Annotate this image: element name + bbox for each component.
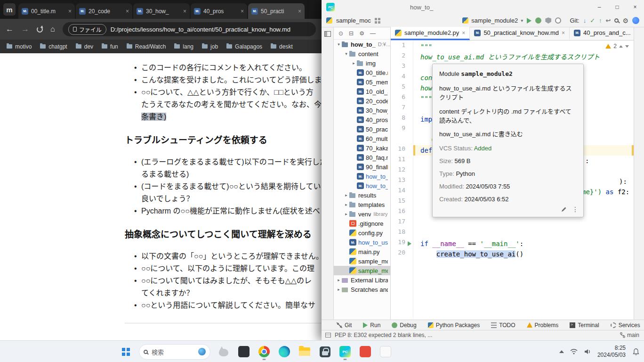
vcs-commit-icon[interactable]: ✓ (590, 17, 595, 24)
network-icon[interactable] (570, 348, 578, 355)
collapse-all-icon[interactable]: ⊟ (349, 30, 354, 37)
pycharm-app[interactable] (338, 342, 352, 361)
bookmark-item[interactable]: fun (102, 43, 118, 50)
nav-options-icon[interactable] (375, 18, 380, 24)
gutter-line-number[interactable]: 8 (391, 114, 413, 124)
run-config-selector[interactable]: sample_module2 ▾ (462, 17, 523, 24)
taskbar-clock[interactable]: 8:25 2024/05/03 (597, 345, 626, 359)
toolwindow-button[interactable]: Git (337, 322, 352, 329)
copilot-status-icon[interactable] (632, 17, 639, 24)
tree-item[interactable]: 40_pros_ (334, 115, 390, 124)
toolwindow-button[interactable]: TODO (491, 322, 515, 329)
panel-settings-icon[interactable]: ⚙ (359, 30, 364, 37)
code-editor[interactable]: 1 2 3 4 5 6 7 (391, 41, 634, 320)
tree-item[interactable]: 60_multi (334, 134, 390, 143)
search-everywhere-icon[interactable] (614, 18, 619, 23)
hide-panel-icon[interactable]: — (370, 30, 376, 37)
editor-tab[interactable]: sample_module2.py × (391, 27, 470, 40)
toolwindow-button[interactable]: Python Packages (428, 322, 480, 329)
tab-close-icon[interactable]: × (298, 8, 301, 15)
gutter-line-number[interactable]: 15 (391, 197, 413, 207)
home-icon[interactable]: ⌂ (50, 25, 55, 33)
gutter-line-number[interactable]: 6 (391, 93, 413, 104)
run-button[interactable] (527, 18, 531, 24)
tab-close-icon[interactable]: × (68, 8, 72, 15)
volume-icon[interactable] (584, 348, 591, 355)
tree-item[interactable]: 20_code (334, 96, 390, 106)
bookmark-item[interactable]: job (202, 43, 218, 50)
tree-chevron-icon[interactable]: ▸ (343, 202, 349, 207)
tree-item[interactable]: 50_pract (334, 124, 390, 134)
tree-item[interactable]: config.py (334, 228, 390, 238)
tab-close-icon[interactable]: × (183, 8, 186, 15)
hidden-icons-chevron[interactable] (559, 350, 564, 353)
profiler-button[interactable] (555, 17, 561, 24)
tree-item[interactable]: main.py (334, 247, 390, 256)
tree-chevron-icon[interactable]: ▾ (336, 42, 342, 47)
gutter-line-number[interactable]: 12 (391, 166, 413, 176)
next-problem-icon[interactable] (625, 45, 629, 48)
close-button[interactable]: × (626, 0, 644, 14)
tree-item[interactable]: ▸ venv library (334, 209, 390, 219)
bookmark-item[interactable]: deskt (271, 43, 293, 50)
vcs-update-icon[interactable]: ↓ (583, 17, 587, 24)
maximize-button[interactable]: □ (608, 0, 626, 14)
tree-item[interactable]: .gitignore (334, 219, 390, 228)
chrome-app[interactable] (257, 342, 271, 361)
gutter-line-number[interactable]: 16 (391, 207, 413, 218)
project-stripe-icon[interactable] (324, 31, 331, 37)
gutter-line-number[interactable]: 10 (391, 145, 413, 156)
tree-item[interactable]: ▸ img (334, 58, 390, 68)
tree-item[interactable]: ▾ how_to_ai D:¥... (334, 40, 390, 49)
tree-item[interactable]: sample_mo (334, 256, 390, 266)
tab-close-icon[interactable]: × (462, 30, 465, 36)
tree-chevron-icon[interactable]: ▸ (351, 61, 357, 66)
more-options-icon[interactable]: ⋮ (572, 206, 579, 213)
gutter-line-number[interactable]: 4 (391, 73, 413, 83)
dark-app[interactable] (237, 342, 251, 361)
start-button[interactable] (119, 342, 133, 361)
tree-item[interactable]: sample_mo (334, 266, 390, 275)
file-explorer-app[interactable] (298, 342, 312, 361)
gutter-line-number[interactable]: 13 (391, 176, 413, 187)
reload-icon[interactable] (37, 26, 43, 33)
browser-tab[interactable]: 00_title.m × (18, 3, 75, 19)
tab-close-icon[interactable]: × (126, 8, 129, 15)
tree-item[interactable]: ▸ templates (334, 200, 390, 209)
settings-gear-icon[interactable]: ⚙ (622, 17, 628, 24)
tab-close-icon[interactable]: × (241, 8, 244, 15)
bookmark-item[interactable]: chatgpt (40, 43, 67, 50)
toolwindow-layout-icon[interactable] (325, 333, 331, 337)
tree-item[interactable]: 80_faq.n (334, 153, 390, 162)
status-message[interactable]: PEP 8: E302 expected 2 blank lines, ... (335, 332, 432, 338)
tree-chevron-icon[interactable]: ▸ (336, 287, 342, 292)
gutter-line-number[interactable]: 3 (391, 62, 413, 73)
inspections-widget[interactable]: 2 (605, 43, 629, 49)
taskbar-search[interactable]: 検索 (139, 344, 210, 360)
toolwindow-button[interactable]: Run (363, 322, 380, 329)
gutter-line-number[interactable]: 1 (391, 41, 413, 52)
browser-tab[interactable]: 20_code × (76, 3, 132, 19)
vcs-push-icon[interactable]: ↑ (599, 17, 602, 24)
toolwindow-button[interactable]: Services (611, 322, 640, 329)
gutter-line-number[interactable]: 14 (391, 187, 413, 197)
editor-tab[interactable]: 50_practical_know_how.md × (470, 27, 570, 40)
gutter-line-number[interactable]: 2 (391, 52, 413, 62)
red-app[interactable] (358, 342, 372, 361)
notifications-bell-icon[interactable] (632, 347, 640, 356)
toolwindow-button[interactable]: Problems (527, 322, 559, 329)
browser-tab[interactable]: 30_how_ × (133, 3, 190, 19)
editor-tab[interactable]: 40_pros_and_c... (570, 27, 635, 40)
tree-item[interactable]: 30_how_ (334, 106, 390, 115)
bookmark-item[interactable]: Galapagos (226, 43, 262, 50)
toolwindow-button[interactable]: Terminal (570, 322, 599, 329)
gutter-line-number[interactable]: 11 (391, 156, 413, 166)
browser-tab[interactable]: 50_practi × (248, 3, 305, 19)
tree-item[interactable]: 90_finall (334, 162, 390, 172)
light-app[interactable] (378, 342, 393, 361)
tree-chevron-icon[interactable]: ▾ (343, 51, 349, 56)
back-icon[interactable]: ← (6, 25, 14, 34)
gutter-line-number[interactable]: 17 (391, 218, 413, 228)
navigation-bar-item[interactable]: sample_moc (336, 17, 371, 24)
git-branch-widget[interactable]: main (620, 332, 639, 338)
